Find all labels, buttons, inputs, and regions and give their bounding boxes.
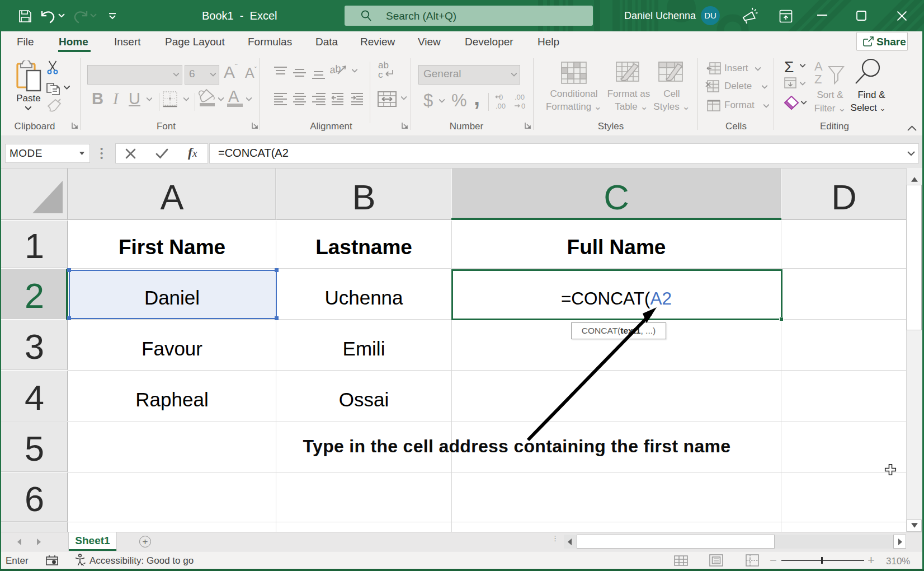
svg-text:0: 0 bbox=[521, 102, 525, 110]
svg-text:Z: Z bbox=[814, 72, 822, 85]
svg-text:A: A bbox=[814, 59, 823, 73]
svg-text:ab: ab bbox=[330, 63, 342, 76]
svg-text:.00: .00 bbox=[496, 102, 506, 110]
svg-text:c: c bbox=[378, 69, 383, 79]
svg-text:.00: .00 bbox=[515, 93, 525, 101]
